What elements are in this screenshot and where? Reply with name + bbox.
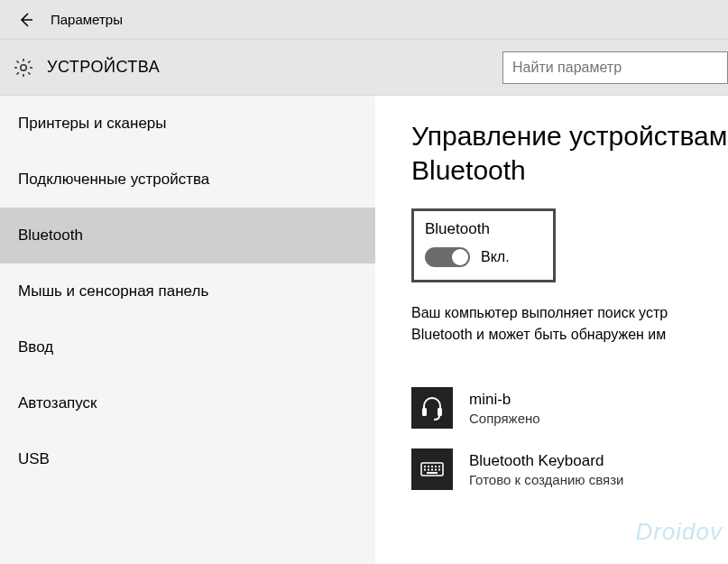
search-input[interactable] (502, 51, 728, 84)
sidebar-item-label: Подключенные устройства (18, 171, 209, 189)
sidebar-item-label: Bluetooth (18, 227, 83, 245)
svg-line-6 (28, 72, 30, 74)
back-button[interactable] (9, 3, 43, 37)
body: Принтеры и сканеры Подключенные устройст… (0, 96, 728, 564)
device-item-keyboard[interactable]: Bluetooth Keyboard Готово к созданию свя… (411, 448, 728, 490)
device-item-headset[interactable]: mini-b Сопряжено (411, 387, 728, 429)
gear-icon (13, 57, 34, 79)
svg-rect-15 (435, 466, 437, 467)
section-title: УСТРОЙСТВА (47, 58, 160, 77)
bluetooth-toggle-state: Вкл. (481, 249, 510, 265)
svg-rect-21 (438, 469, 440, 471)
svg-rect-22 (427, 472, 438, 474)
svg-line-5 (17, 60, 19, 62)
svg-rect-16 (438, 466, 440, 467)
sidebar-item-connected-devices[interactable]: Подключенные устройства (0, 152, 375, 208)
watermark: Droidov (635, 518, 723, 546)
header: УСТРОЙСТВА (0, 40, 728, 96)
status-text: Ваш компьютер выполняет поиск устр Bluet… (411, 302, 728, 346)
toggle-knob (452, 249, 468, 265)
bluetooth-toggle-row: Вкл. (425, 247, 542, 267)
svg-rect-12 (424, 466, 426, 467)
svg-line-7 (17, 72, 19, 74)
sidebar-item-autoplay[interactable]: Автозапуск (0, 375, 375, 431)
svg-rect-20 (435, 469, 437, 471)
svg-rect-17 (424, 469, 426, 471)
status-line-1: Ваш компьютер выполняет поиск устр (411, 302, 728, 324)
sidebar: Принтеры и сканеры Подключенные устройст… (0, 96, 375, 564)
device-text: mini-b Сопряжено (469, 391, 540, 426)
headset-icon (411, 387, 453, 429)
content: Управление устройствам Bluetooth Bluetoo… (375, 96, 728, 564)
svg-point-0 (21, 64, 26, 69)
svg-rect-18 (428, 469, 429, 471)
sidebar-item-usb[interactable]: USB (0, 431, 375, 487)
sidebar-item-label: Ввод (18, 338, 53, 356)
status-line-2: Bluetooth и может быть обнаружен им (411, 324, 728, 346)
svg-rect-13 (428, 466, 429, 467)
bluetooth-toggle-frame: Bluetooth Вкл. (411, 208, 556, 282)
device-status: Готово к созданию связи (469, 472, 623, 487)
header-left: УСТРОЙСТВА (13, 57, 160, 79)
device-status: Сопряжено (469, 411, 540, 426)
sidebar-item-label: Автозапуск (18, 394, 97, 412)
svg-rect-14 (431, 466, 433, 467)
sidebar-item-typing[interactable]: Ввод (0, 319, 375, 375)
sidebar-item-label: USB (18, 450, 50, 468)
window-title: Параметры (51, 12, 123, 27)
device-name: mini-b (469, 391, 540, 409)
device-text: Bluetooth Keyboard Готово к созданию свя… (469, 452, 623, 487)
svg-line-8 (28, 60, 30, 62)
svg-rect-9 (422, 408, 427, 416)
page-heading: Управление устройствам Bluetooth (411, 119, 728, 187)
sidebar-item-label: Мышь и сенсорная панель (18, 282, 208, 300)
bluetooth-toggle[interactable] (425, 247, 470, 267)
arrow-left-icon (17, 11, 35, 29)
svg-rect-10 (438, 408, 442, 416)
sidebar-item-label: Принтеры и сканеры (18, 115, 167, 133)
bluetooth-toggle-label: Bluetooth (425, 220, 542, 238)
sidebar-item-printers[interactable]: Принтеры и сканеры (0, 96, 375, 152)
sidebar-item-bluetooth[interactable]: Bluetooth (0, 208, 375, 264)
sidebar-item-mouse-touchpad[interactable]: Мышь и сенсорная панель (0, 264, 375, 319)
keyboard-icon (411, 448, 453, 490)
device-name: Bluetooth Keyboard (469, 452, 623, 470)
svg-rect-19 (431, 469, 433, 471)
titlebar: Параметры (0, 0, 728, 40)
